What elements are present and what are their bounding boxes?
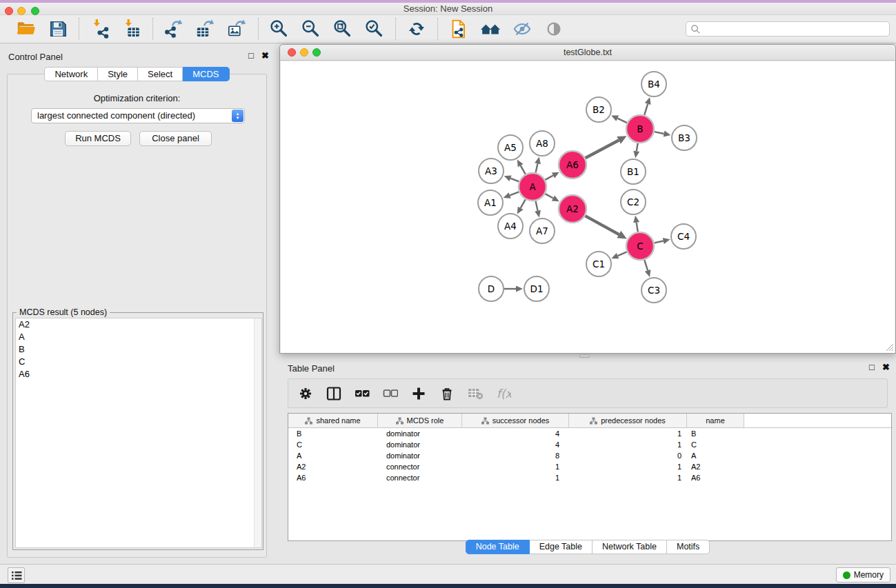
graph-node-C3[interactable]: C3 <box>641 278 666 303</box>
unselect-all-button[interactable] <box>383 386 398 401</box>
edge-A-A6[interactable] <box>545 175 553 179</box>
edge-A-A2[interactable] <box>545 194 553 198</box>
column-header-predecessor-nodes[interactable]: predecessor nodes <box>569 414 687 427</box>
table-row[interactable]: Adominator80A <box>288 450 891 461</box>
table-row[interactable]: Cdominator41C <box>288 439 891 450</box>
search-input[interactable] <box>686 21 890 37</box>
minimize-traffic-light-icon[interactable] <box>17 7 26 15</box>
graph-node-A[interactable]: A <box>519 173 546 201</box>
delete-button[interactable] <box>439 386 455 401</box>
graph-node-A4[interactable]: A4 <box>498 214 523 239</box>
graph-node-C2[interactable]: C2 <box>621 190 646 214</box>
graph-node-C4[interactable]: C4 <box>671 224 696 249</box>
tab-select[interactable]: Select <box>138 67 183 81</box>
graph-node-A7[interactable]: A7 <box>530 219 555 243</box>
edge-B-B4[interactable] <box>644 104 648 115</box>
gear-button[interactable] <box>298 386 313 401</box>
column-header-shared-name[interactable]: shared name <box>288 414 378 427</box>
run-mcds-button[interactable]: Run MCDS <box>65 131 131 146</box>
graph-node-B[interactable]: B <box>626 115 654 143</box>
edge-C-C4[interactable] <box>654 241 663 243</box>
column-header-name[interactable]: name <box>687 414 744 427</box>
edge-B-B3[interactable] <box>655 132 664 134</box>
edge-A6-B[interactable] <box>586 140 619 158</box>
table-cell[interactable]: 4 <box>462 429 569 438</box>
mcds-result-item[interactable]: A <box>16 331 261 343</box>
table-cell[interactable]: dominator <box>378 429 462 438</box>
column-header-successor-nodes[interactable]: successor nodes <box>462 414 569 427</box>
network-window-titlebar[interactable]: testGlobe.txt <box>280 45 895 61</box>
edge-C-C1[interactable] <box>618 252 627 256</box>
search-input-field[interactable] <box>701 24 889 34</box>
table-cell[interactable]: A <box>687 452 744 460</box>
edge-A-A5[interactable] <box>521 165 526 174</box>
mcds-result-item[interactable]: A6 <box>16 368 261 381</box>
open-session-button[interactable] <box>15 18 37 40</box>
save-session-button[interactable] <box>47 18 69 40</box>
table-cell[interactable]: A <box>288 452 378 460</box>
table-cell[interactable]: C <box>288 440 378 449</box>
add-button[interactable] <box>411 386 426 401</box>
table-cell[interactable]: 8 <box>462 452 569 460</box>
mcds-result-list[interactable]: A2ABCA6 <box>15 318 262 548</box>
table-cell[interactable]: connector <box>378 463 462 471</box>
graph-node-A6[interactable]: A6 <box>559 151 586 179</box>
home-button[interactable] <box>479 18 501 40</box>
close-icon[interactable]: ✖ <box>882 363 890 372</box>
table-row[interactable]: A2connector11A2 <box>288 461 891 472</box>
table-cell[interactable]: 0 <box>569 452 687 460</box>
graph-node-B3[interactable]: B3 <box>672 125 697 150</box>
zoom-traffic-light-icon[interactable] <box>312 48 321 57</box>
table-cell[interactable]: dominator <box>378 440 462 449</box>
graph-node-B2[interactable]: B2 <box>586 97 611 122</box>
graph-node-A2[interactable]: A2 <box>559 195 586 223</box>
table-cell[interactable]: 1 <box>462 463 569 471</box>
tab-network-table[interactable]: Network Table <box>593 540 667 554</box>
optimization-criterion-select[interactable]: largest connected component (directed) ▲… <box>31 108 245 123</box>
zoom-in-button[interactable] <box>268 18 290 40</box>
graph-node-A3[interactable]: A3 <box>479 159 504 183</box>
select-all-button[interactable] <box>355 386 370 401</box>
close-panel-button[interactable]: Close panel <box>139 131 212 146</box>
refresh-button[interactable] <box>406 18 428 40</box>
table-cell[interactable]: 1 <box>569 474 687 482</box>
table-cell[interactable]: 4 <box>462 440 569 449</box>
table-cell[interactable]: A6 <box>687 474 744 482</box>
table-cell[interactable]: A2 <box>288 463 378 471</box>
table-row[interactable]: A6connector11A6 <box>288 472 891 483</box>
splitter-handle[interactable] <box>579 354 590 358</box>
graph-node-C1[interactable]: C1 <box>586 252 611 276</box>
edge-A2-C[interactable] <box>585 216 619 234</box>
edge-A-A3[interactable] <box>510 179 519 182</box>
tab-network[interactable]: Network <box>44 67 98 81</box>
table-cell[interactable]: connector <box>378 474 462 482</box>
tab-motifs[interactable]: Motifs <box>667 540 710 554</box>
close-traffic-light-icon[interactable] <box>288 48 296 57</box>
edge-C-C3[interactable] <box>644 260 648 270</box>
table-cell[interactable]: B <box>687 429 744 438</box>
tab-edge-table[interactable]: Edge Table <box>530 540 593 554</box>
import-table-button[interactable] <box>121 18 143 40</box>
tab-node-table[interactable]: Node Table <box>466 540 530 554</box>
table-cell[interactable]: 1 <box>569 429 687 438</box>
column-header-MCDS-role[interactable]: MCDS role <box>378 414 462 427</box>
table-cell[interactable]: 1 <box>569 463 687 471</box>
import-network-button[interactable] <box>89 18 111 40</box>
node-table-header[interactable]: shared nameMCDS rolesuccessor nodesprede… <box>288 414 891 428</box>
edge-C-C2[interactable] <box>637 223 638 232</box>
minimize-traffic-light-icon[interactable] <box>300 48 308 57</box>
close-icon[interactable]: ✖ <box>261 51 269 61</box>
hide-graphics-button[interactable] <box>511 18 533 40</box>
edge-A-A4[interactable] <box>521 199 526 208</box>
graph-node-B1[interactable]: B1 <box>621 159 646 184</box>
network-canvas[interactable]: B4B2BB3A5A8A6B1A3AA1C2A2A4A7C4CC1C3DD1 <box>281 61 895 353</box>
close-traffic-light-icon[interactable] <box>5 7 13 15</box>
table-row[interactable]: Bdominator41B <box>288 428 891 439</box>
edge-A-A8[interactable] <box>536 163 538 172</box>
table-cell[interactable]: C <box>687 440 744 449</box>
task-history-button[interactable] <box>8 567 25 583</box>
eye-button[interactable] <box>543 18 565 40</box>
table-cell[interactable]: A2 <box>687 463 744 471</box>
mcds-result-item[interactable]: B <box>16 343 261 356</box>
edge-B-B1[interactable] <box>637 143 638 152</box>
